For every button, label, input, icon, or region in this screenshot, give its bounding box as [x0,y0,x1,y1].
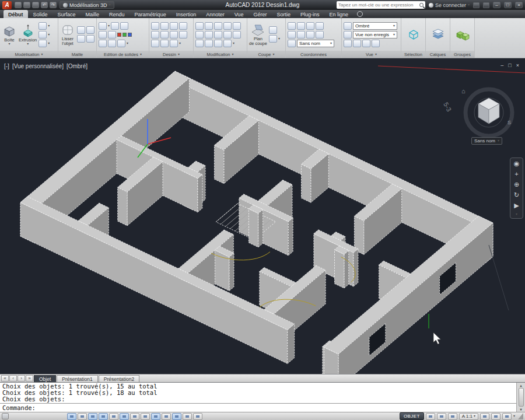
minimize-button[interactable]: – [493,2,501,8]
groups-button[interactable] [455,27,470,41]
ucs-face-icon[interactable] [316,22,324,30]
mesh-crease-icon[interactable] [77,35,85,43]
union-icon[interactable] [99,22,107,30]
explode-icon[interactable] [214,31,222,38]
orbit-icon[interactable]: ↻ [514,192,519,198]
smooth-object-button[interactable]: Lisser l'objet [60,23,75,46]
open-icon[interactable] [15,2,22,8]
panel-label-coupe[interactable]: Coupe▾ [247,51,285,58]
tab-gerer[interactable]: Gérer [249,10,271,18]
mesh-add-icon[interactable] [86,26,94,34]
osnap3d-toggle[interactable] [130,413,139,420]
tab-enligne[interactable]: En ligne [324,10,353,18]
viewport-minimize-icon[interactable]: – [501,62,503,68]
fillet-icon[interactable] [205,31,213,38]
ducs-toggle[interactable] [151,413,160,420]
viewport-config-icon[interactable] [344,40,352,47]
workspace-switcher[interactable]: Modélisation 3D ▾ [60,1,114,9]
quickprop-toggle[interactable] [193,413,202,420]
rectangle-icon[interactable] [151,31,159,38]
sign-in-button[interactable]: Se connecter ▾ [429,2,470,8]
layers-button[interactable] [430,27,446,41]
scale-icon[interactable] [233,31,241,38]
otrack-toggle[interactable] [141,413,150,420]
named-view-combo[interactable]: Vue non enregis▾ [353,31,397,38]
tab-solide[interactable]: Solide [29,10,52,18]
status-menu-caret-icon[interactable]: ▾ [513,415,515,418]
viewport-style-menu[interactable]: [Ombré] [66,63,88,69]
save-icon[interactable] [23,2,30,8]
ucs-name-tag[interactable]: Sans nom ▾ [471,137,502,145]
ortho-toggle[interactable] [99,413,108,420]
tab-sortie[interactable]: Sortie [272,10,295,18]
drawing-canvas[interactable]: 5-3 S ⌂ [0,58,525,374]
subtract-icon[interactable] [111,22,119,30]
intersect-icon[interactable] [120,22,128,30]
last-layout-icon[interactable]: » [26,375,33,382]
ucs-icon[interactable] [297,22,305,30]
ucs-origin-icon[interactable] [288,31,296,38]
ellipse-icon[interactable] [160,31,169,38]
tab-maille[interactable]: Maille [81,10,104,18]
rotate-icon[interactable] [205,22,213,30]
motion-icon[interactable] [372,40,380,47]
status-menu-icon[interactable] [2,413,9,419]
panel-label-edition[interactable]: Edition de solides▾ [97,51,149,58]
viewport-controls-menu[interactable]: [-] [4,63,9,69]
tab-objet[interactable]: Objet [34,375,56,382]
3dmove-icon[interactable] [223,40,232,47]
section-plane-button[interactable]: Plan de coupe [249,23,267,46]
copy-icon[interactable] [233,22,241,30]
blue-chip-icon[interactable] [128,33,132,37]
grid-toggle[interactable] [88,413,97,420]
trim-icon[interactable] [214,22,222,30]
tab-plugins[interactable]: Plug-ins [296,10,324,18]
search-input[interactable] [338,2,418,8]
tab-annoter[interactable]: Annoter [201,10,229,18]
viewport-close-icon[interactable]: × [516,62,519,68]
quick-view-layouts-icon[interactable] [426,413,435,420]
offset-icon[interactable] [205,40,213,47]
resize-gripper[interactable] [518,413,523,419]
ucs-z-icon[interactable] [297,31,305,38]
maximize-button[interactable]: □ [504,2,512,8]
taper-face-icon[interactable] [108,40,116,47]
infer-constraints-toggle[interactable] [67,413,76,420]
viewport-maximize-icon[interactable]: □ [508,62,511,68]
home-icon[interactable]: ⌂ [461,88,466,94]
ucs-world-icon[interactable] [288,22,296,30]
generate-section-icon[interactable] [269,35,277,43]
tab-parametrique[interactable]: Paramétrique [130,10,171,18]
clean-screen-icon[interactable] [502,413,512,420]
close-button[interactable]: × [515,2,523,8]
selection-button[interactable] [406,27,421,41]
panel-label-coordonnees[interactable]: Coordonnées [286,51,341,58]
stretch-icon[interactable] [223,31,232,38]
next-layout-icon[interactable]: › [18,375,25,382]
command-input-line[interactable]: Commande: [0,403,516,412]
tab-rendu[interactable]: Rendu [104,10,130,18]
hatch-icon[interactable] [170,31,178,38]
favorites-icon[interactable] [483,2,489,8]
showmotion-icon[interactable]: ▶ [514,202,519,209]
tab-surface[interactable]: Surface [53,10,80,18]
command-scrollbar[interactable]: ▲ ▼ [516,383,525,412]
lwt-toggle[interactable] [172,413,181,420]
ucs-previous-icon[interactable] [306,22,314,30]
tab-insertion[interactable]: Insertion [172,10,201,18]
helix-icon[interactable] [170,40,178,47]
erase-icon[interactable] [223,22,232,30]
panel-label-selection[interactable]: Sélection [401,51,425,58]
move-icon[interactable] [195,22,204,30]
line-icon[interactable] [151,22,159,30]
mesh-options-icon[interactable] [86,35,94,43]
visual-style-combo[interactable]: Ombré▾ [353,22,397,30]
pan-icon[interactable]: + [514,171,518,177]
camera-icon[interactable] [362,40,370,47]
visual-style-icon[interactable] [344,22,352,30]
panel-label-maille[interactable]: Maille [58,51,96,58]
annotation-visibility-icon[interactable] [448,413,457,420]
scrollbar-thumb[interactable] [519,388,524,407]
red-chip-icon[interactable] [117,33,121,37]
live-section-icon[interactable] [269,26,277,34]
